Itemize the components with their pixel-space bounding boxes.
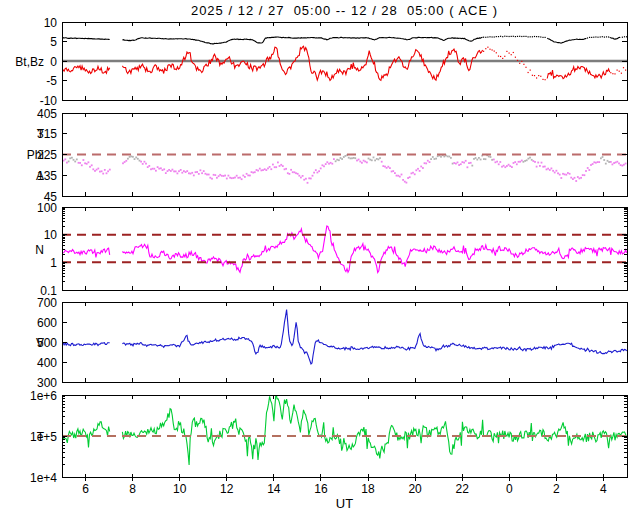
y-tick-label: 10 [44,16,58,30]
y-tick-label: 300 [37,376,57,390]
panel-axis-label: Phi [27,148,44,162]
panel-bt-bz-labels: 1050-5-10Bt,Bz [15,16,57,108]
series-n [62,226,627,273]
y-tick-label: 1e+6 [30,389,57,403]
y-tick-label: 10 [44,228,58,242]
y-tick-label: 1e+4 [30,471,57,485]
panel-temp-t: 1e+61e+51e+4T [30,389,627,485]
ace-solar-wind-plot: 2025 / 12 / 27 05:00 -- 12 / 28 05:00 ( … [0,0,640,512]
x-tick-label: 4 [600,482,607,496]
panel-axis-label: Bt,Bz [15,55,44,69]
y-tick-label: 700 [37,296,57,310]
y-tick-label: 5 [50,35,57,49]
series-bz [62,46,610,80]
y-tick-label: 1 [50,256,57,270]
panel-axis-label: A [36,169,44,183]
panel-axis-label: V [36,336,44,350]
x-tick-labels: 6810121416182022024 [82,482,607,496]
panel-speed-v-frame [62,302,627,382]
x-tick-label: 18 [361,482,375,496]
x-tick-label: 0 [506,482,513,496]
panel-phi-traces [61,154,626,183]
x-tick-label: 16 [314,482,328,496]
panel-axis-label: T [37,430,45,444]
series-v [62,310,627,365]
series-t [62,392,627,465]
panel-temp-t-frame [62,395,627,481]
panel-phi: 40531522513545TPhiA [27,107,627,204]
series-bt-sparse-dots [483,36,627,39]
panel-density-n-traces [62,226,627,273]
series-bt [62,37,620,44]
x-tick-label: 6 [82,482,89,496]
panel-bt-bz-traces [62,36,627,81]
panel-bt-bz: 1050-5-10Bt,Bz [15,16,627,108]
x-tick-label: 22 [456,482,470,496]
panel-speed-v-labels: 700600500400300V [36,296,57,390]
panel-speed-v-traces [62,310,627,365]
x-tick-label: 10 [173,482,187,496]
series-phi-dots [61,154,626,183]
panel-temp-t-traces [62,392,627,465]
y-tick-label: -5 [46,74,57,88]
panel-phi-labels: 40531522513545TPhiA [27,107,58,204]
x-tick-label: 14 [267,482,281,496]
x-tick-label: 12 [220,482,234,496]
y-tick-label: 600 [37,316,57,330]
panel-density-n-labels: 1001010.1N [35,201,57,298]
y-tick-label: 100 [37,201,57,215]
panel-axis-label: N [35,243,44,257]
panel-speed-v: 700600500400300V [36,296,627,390]
y-tick-label: 400 [37,356,57,370]
panel-temp-t-labels: 1e+61e+51e+4T [30,389,57,485]
y-tick-label: 0 [50,55,57,69]
panel-density-n: 1001010.1N [35,201,627,298]
plot-canvas: 1050-5-10Bt,Bz40531522513545TPhiA1001010… [0,0,640,512]
y-tick-label: 405 [37,107,57,121]
panel-axis-label: T [37,127,45,141]
y-tick-label: -10 [40,94,58,108]
x-tick-label: 2 [553,482,560,496]
x-axis-title: UT [62,496,627,511]
x-tick-label: 8 [129,482,136,496]
x-tick-label: 20 [408,482,422,496]
